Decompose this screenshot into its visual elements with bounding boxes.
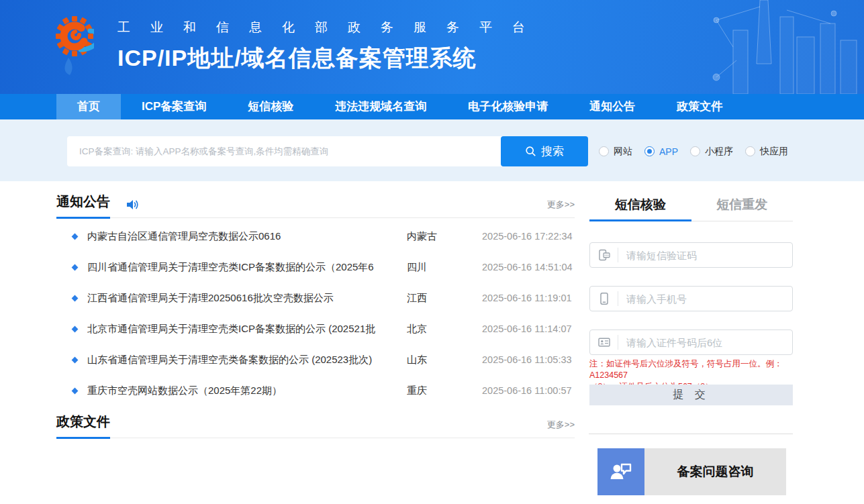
radio-selected-icon (644, 146, 655, 156)
sms-code-input[interactable] (618, 243, 792, 267)
tab-sms-resend[interactable]: 短信重发 (691, 195, 794, 221)
notice-region: 山东 (407, 354, 482, 366)
id-number-field (589, 330, 793, 355)
main-content: 通知公告 更多>> 内蒙古自治区通信管理局空壳数据公示0616 内蒙古 2025… (0, 181, 864, 504)
city-skyline-graphic (696, 0, 864, 94)
notice-row[interactable]: 四川省通信管理局关于清理空壳类ICP备案数据的公示（2025年6 四川 2025… (56, 252, 575, 283)
search-type-quickapp[interactable]: 快应用 (745, 146, 788, 158)
notice-date: 2025-06-16 11:19:01 (482, 293, 577, 303)
nav-item-home[interactable]: 首页 (56, 94, 121, 119)
policies-section-header: 政策文件 更多>> (56, 415, 575, 438)
sms-code-field (589, 242, 793, 268)
search-type-miniprogram[interactable]: 小程序 (690, 146, 733, 158)
notice-row[interactable]: 江西省通信管理局关于清理20250616批次空壳数据公示 江西 2025-06-… (56, 283, 575, 313)
sms-message-icon (590, 248, 618, 262)
notice-region: 北京 (407, 323, 482, 336)
notice-title[interactable]: 重庆市空壳网站数据公示（2025年第22期） (74, 385, 407, 397)
search-type-app-label: APP (659, 146, 678, 157)
notice-region: 内蒙古 (407, 230, 482, 243)
tab-sms-verify[interactable]: 短信核验 (589, 195, 691, 221)
search-button-label: 搜索 (541, 144, 564, 159)
search-type-website[interactable]: 网站 (599, 146, 632, 158)
nav-item-policy-files[interactable]: 政策文件 (656, 94, 743, 119)
search-type-app[interactable]: APP (644, 146, 678, 157)
notice-title[interactable]: 江西省通信管理局关于清理20250616批次空壳数据公示 (74, 292, 407, 305)
radio-unselected-icon (599, 146, 609, 156)
mobile-phone-icon (590, 291, 618, 306)
nav-item-electronic-verification[interactable]: 电子化核验申请 (447, 94, 569, 119)
notice-date: 2025-06-16 11:00:57 (482, 385, 577, 396)
nav-item-notices[interactable]: 通知公告 (569, 94, 656, 119)
notice-date: 2025-06-16 11:14:07 (482, 323, 577, 334)
platform-subtitle: 工业和信息化部政务服务平台 (117, 19, 545, 36)
search-type-miniprogram-label: 小程序 (705, 146, 733, 158)
page-header: 工业和信息化部政务服务平台 ICP/IP地址/域名信息备案管理系统 (0, 0, 864, 94)
notice-title[interactable]: 山东省通信管理局关于清理空壳类备案数据的公示 (202523批次) (74, 354, 407, 366)
search-type-group: 网站 APP 小程序 快应用 (599, 146, 788, 158)
speaker-icon (125, 197, 140, 212)
nav-item-illegal-domain-query[interactable]: 违法违规域名查询 (314, 94, 447, 119)
notice-date: 2025-06-16 14:51:04 (482, 262, 578, 272)
search-type-website-label: 网站 (614, 146, 632, 158)
sms-tabs: 短信核验 短信重发 (589, 195, 793, 221)
search-input[interactable] (67, 136, 502, 166)
left-column: 通知公告 更多>> 内蒙古自治区通信管理局空壳数据公示0616 内蒙古 2025… (56, 181, 575, 504)
sms-panel: 短信核验 短信重发 (589, 181, 793, 504)
consult-button-label: 备案问题咨询 (644, 448, 786, 495)
notice-row[interactable]: 北京市通信管理局关于清理空壳类ICP备案数据的公示 (202521批 北京 20… (56, 313, 575, 344)
id-card-icon (590, 335, 618, 350)
consult-button[interactable]: 备案问题咨询 (597, 448, 786, 495)
gear-e-logo-icon (55, 11, 94, 78)
notice-title[interactable]: 北京市通信管理局关于清理空壳类ICP备案数据的公示 (202521批 (74, 323, 407, 336)
notice-date: 2025-06-16 11:05:33 (482, 354, 577, 365)
note-line-1: 注：如证件号后六位涉及符号，符号占用一位。例：A1234567 (589, 359, 783, 380)
nav-item-icp-query[interactable]: ICP备案查询 (121, 94, 227, 119)
panel-divider (589, 434, 793, 434)
notice-title[interactable]: 内蒙古自治区通信管理局空壳数据公示0616 (74, 230, 407, 243)
policies-more-link[interactable]: 更多>> (547, 419, 575, 431)
policies-title: 政策文件 (56, 413, 110, 439)
notice-region: 重庆 (407, 385, 482, 397)
radio-unselected-icon (690, 146, 700, 156)
notice-list: 内蒙古自治区通信管理局空壳数据公示0616 内蒙古 2025-06-16 17:… (56, 221, 575, 406)
phone-number-input[interactable] (618, 287, 792, 311)
site-title: ICP/IP地址/域名信息备案管理系统 (117, 43, 545, 74)
notices-more-link[interactable]: 更多>> (547, 199, 575, 211)
notice-row[interactable]: 山东省通信管理局关于清理空壳类备案数据的公示 (202523批次) 山东 202… (56, 344, 575, 375)
person-chat-icon (597, 448, 644, 495)
notice-region: 江西 (407, 292, 482, 305)
main-navbar: 首页 ICP备案查询 短信核验 违法违规域名查询 电子化核验申请 通知公告 政策… (0, 94, 864, 119)
submit-button[interactable]: 提 交 (589, 385, 793, 405)
phone-number-field (589, 286, 793, 311)
nav-item-sms-verify[interactable]: 短信核验 (227, 94, 314, 119)
notices-title: 通知公告 (56, 193, 110, 219)
search-section: 搜索 网站 APP 小程序 快应用 (0, 119, 864, 181)
notice-row[interactable]: 重庆市空壳网站数据公示（2025年第22期） 重庆 2025-06-16 11:… (56, 375, 575, 406)
notice-title[interactable]: 四川省通信管理局关于清理空壳类ICP备案数据的公示（2025年6 (74, 261, 407, 274)
id-number-input[interactable] (618, 330, 792, 354)
search-button[interactable]: 搜索 (501, 136, 588, 166)
search-icon (525, 146, 536, 157)
notice-region: 四川 (407, 261, 482, 274)
notice-row[interactable]: 内蒙古自治区通信管理局空壳数据公示0616 内蒙古 2025-06-16 17:… (56, 221, 575, 252)
radio-unselected-icon (745, 146, 755, 156)
search-type-quickapp-label: 快应用 (760, 146, 788, 158)
notices-section-header: 通知公告 更多>> (56, 195, 575, 218)
notice-date: 2025-06-16 17:22:34 (482, 231, 578, 242)
